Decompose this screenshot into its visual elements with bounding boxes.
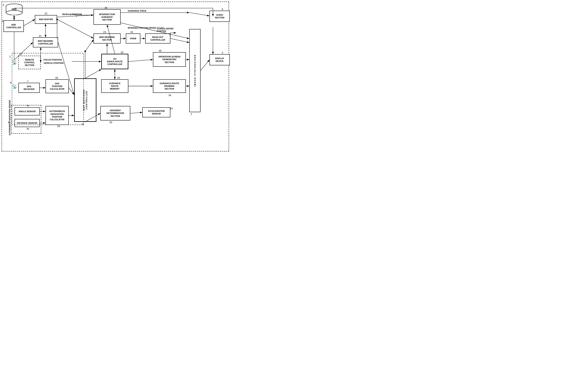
guidance-route-ctrl-block: GUDANCE ROUTECONTROLLER xyxy=(101,54,128,69)
ref-6: 6 xyxy=(10,81,12,84)
distance-sensor-label: DISTANCE SENSOR xyxy=(17,122,37,124)
auto-nav-label: AUTONOMOUSNAVIGATIONPOSITIONCALCULATOR xyxy=(49,110,65,121)
ref-7: 7 xyxy=(27,80,29,83)
op-screen-block: OPERATION-SCREENGENERATINGSECTION xyxy=(153,52,186,67)
auto-nav-block: AUTONOMOUSNAVIGATIONPOSITIONCALCULATOR xyxy=(46,106,69,125)
vehicle-position-label-1: VEHICLE POSITION xyxy=(62,13,82,16)
ref-33: 33 xyxy=(117,76,120,79)
antenna-symbol: 📡 xyxy=(12,60,18,65)
gps-antenna: 📡 xyxy=(12,84,17,89)
ref-26: 26 xyxy=(105,6,107,9)
ref-35: 35 xyxy=(159,49,161,52)
ref-21: 21 xyxy=(39,34,42,37)
gps-receiver-block: GPSRECEIVER xyxy=(19,83,40,93)
display-label: DISPLAYDEVICE xyxy=(215,57,224,63)
read-out-block: READ-OUTCONTROLLER xyxy=(145,34,170,44)
display-block: DISPLAYDEVICE xyxy=(209,54,230,65)
distance-sensor-block: DISTANCE SENSOR xyxy=(15,119,40,127)
map-matching-block: MAP MATCHING CONTROLLER xyxy=(74,78,96,122)
angle-sensor-block: ANGLE SENSOR xyxy=(15,107,40,116)
ref-8a: 8a xyxy=(27,104,29,107)
hdd-controller-label: HDDCONTROLLER xyxy=(6,24,21,29)
read-out-label: READ-OUTCONTROLLER xyxy=(150,36,165,42)
ref-8b: 8b xyxy=(27,128,29,130)
accel-sensor-label: ACCELERATIONSENSOR xyxy=(148,110,165,115)
guidance-route-mem-block: GUIDANCEROUTEMEMORY xyxy=(101,79,128,93)
hdd-controller-block: HDDCONTROLLER xyxy=(4,20,24,32)
accel-sensor-block: ACCELERATIONSENSOR xyxy=(142,107,170,118)
gradient-block: GRADIENTDETERMINATIONSECTION xyxy=(100,106,130,120)
guidance-route-ctrl-label: GUDANCE ROUTECONTROLLER xyxy=(107,58,123,66)
map-matching-label: MAP MATCHING CONTROLLER xyxy=(83,80,88,120)
ref-23: 23 xyxy=(103,30,106,34)
focus-position-label: FOCUS POSITION xyxy=(44,58,62,61)
ref-10: 10 xyxy=(170,107,173,110)
hdd-block: HDD xyxy=(6,4,23,15)
map-drawing-block: MAP DRAWINGSECTION xyxy=(94,34,121,44)
gps-calc-block: GPSPOSITIONCALCULATOR xyxy=(46,79,69,93)
ref-22: 22 xyxy=(45,12,47,15)
ref-31: 31 xyxy=(81,123,84,126)
ref-27: 27 xyxy=(19,53,22,56)
ref-34: 34 xyxy=(168,94,171,97)
svg-point-4 xyxy=(6,10,22,15)
ref-9: 9 xyxy=(222,8,223,11)
vram-block: VRAM xyxy=(126,34,140,44)
diagram: HDD 4 HDDCONTROLLER 5 MAP BUFFER 22 MAP-… xyxy=(0,0,232,155)
angle-sensor-label: ANGLE SENSOR xyxy=(19,110,36,113)
guidance-route-draw-block: GUIDANCE-ROUTEDRAWINGSECTION xyxy=(153,79,186,93)
gradient-label: GRADIENTDETERMINATIONSECTION xyxy=(107,109,124,118)
image-synth-label: IMAGE SYNTHESIZER xyxy=(194,54,196,87)
op-screen-label: OPERATION-SCREENGENERATINGSECTION xyxy=(158,55,180,64)
ref-30: 30 xyxy=(109,121,112,124)
audio-label: AUDIOSECTION xyxy=(215,14,224,19)
guidance-route-mem-label: GUIDANCEROUTEMEMORY xyxy=(109,82,121,90)
map-buffer-block: MAP BUFFER xyxy=(35,15,57,24)
screen-center-label: SCREEN CENTERPOSITION xyxy=(157,28,173,32)
ref-4: 4 xyxy=(3,4,4,6)
ref-24: 24 xyxy=(130,30,133,34)
ref-3: 3 xyxy=(222,51,223,54)
map-buffer-label: MAP BUFFER xyxy=(39,18,53,21)
audio-block: AUDIOSECTION xyxy=(209,11,230,22)
ref-28: 28 xyxy=(55,76,58,79)
vram-label: VRAM xyxy=(130,37,136,40)
ref-5: 5 xyxy=(2,20,3,23)
remote-control-label: REMOTECONTROLSECTION xyxy=(24,58,35,67)
vehicle-position-label-2: VEHICLE POSITION xyxy=(44,62,64,64)
map-reading-block: MAP-READINGCONTROLLER xyxy=(33,37,58,48)
intersection-label: INTERSECTIONGUIDANCESECTION xyxy=(99,13,115,21)
map-drawing-label: MAP DRAWINGSECTION xyxy=(99,36,115,42)
ref-29: 29 xyxy=(57,125,60,128)
ref-8: 8 xyxy=(8,121,10,124)
remote-control-block: REMOTECONTROLSECTION xyxy=(19,56,41,69)
ref-1: 1 xyxy=(191,112,192,116)
ref-32: 32 xyxy=(121,51,123,54)
intersection-block: INTERSECTIONGUIDANCESECTION xyxy=(94,9,121,25)
gps-calc-label: GPSPOSITIONCALCULATOR xyxy=(50,82,64,90)
image-synth-block: IMAGE SYNTHESIZER xyxy=(189,29,201,112)
gps-receiver-label: GPSRECEIVER xyxy=(24,85,35,91)
hdd-label: HDD xyxy=(12,8,17,11)
guidance-voice-label: GUIDANCE VOICE xyxy=(128,10,146,12)
map-reading-label: MAP-READINGCONTROLLER xyxy=(38,40,53,45)
guidance-route-draw-label: GUIDANCE-ROUTEDRAWINGSECTION xyxy=(160,82,179,90)
ref-2: 2 xyxy=(9,55,11,58)
